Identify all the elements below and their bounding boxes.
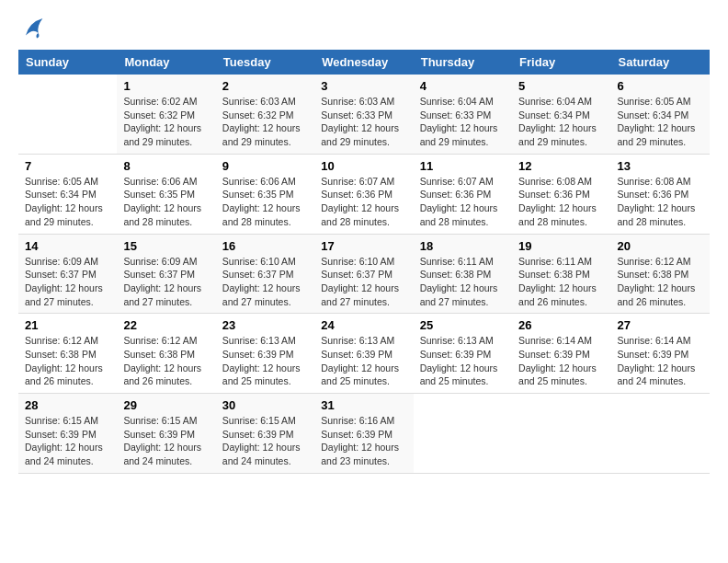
day-number: 15 [123, 239, 209, 253]
day-number: 7 [25, 159, 110, 173]
calendar-cell [414, 394, 512, 474]
calendar-header: SundayMondayTuesdayWednesdayThursdayFrid… [18, 50, 710, 75]
day-number: 20 [618, 239, 703, 253]
day-number: 14 [25, 239, 110, 253]
calendar-cell: 28Sunrise: 6:15 AM Sunset: 6:39 PM Dayli… [18, 394, 117, 474]
day-info: Sunrise: 6:09 AM Sunset: 6:37 PM Dayligh… [123, 255, 209, 309]
day-number: 24 [321, 318, 406, 332]
day-info: Sunrise: 6:09 AM Sunset: 6:37 PM Dayligh… [25, 255, 110, 309]
day-info: Sunrise: 6:13 AM Sunset: 6:39 PM Dayligh… [420, 334, 506, 388]
day-number: 3 [321, 79, 406, 93]
calendar-cell: 4Sunrise: 6:04 AM Sunset: 6:33 PM Daylig… [414, 75, 512, 154]
day-number: 25 [420, 318, 506, 332]
calendar-cell [512, 394, 610, 474]
day-number: 16 [222, 239, 308, 253]
day-info: Sunrise: 6:08 AM Sunset: 6:36 PM Dayligh… [618, 175, 703, 229]
day-number: 22 [123, 318, 209, 332]
calendar-cell: 9Sunrise: 6:06 AM Sunset: 6:35 PM Daylig… [216, 154, 314, 234]
calendar-cell: 7Sunrise: 6:05 AM Sunset: 6:34 PM Daylig… [18, 154, 117, 234]
calendar-cell: 2Sunrise: 6:03 AM Sunset: 6:32 PM Daylig… [216, 75, 314, 154]
calendar-cell: 8Sunrise: 6:06 AM Sunset: 6:35 PM Daylig… [117, 154, 215, 234]
day-number: 30 [222, 398, 308, 412]
calendar-cell: 12Sunrise: 6:08 AM Sunset: 6:36 PM Dayli… [512, 154, 610, 234]
calendar-cell: 29Sunrise: 6:15 AM Sunset: 6:39 PM Dayli… [117, 394, 215, 474]
weekday-header-friday: Friday [512, 50, 610, 75]
logo [18, 18, 44, 40]
day-number: 12 [518, 159, 604, 173]
weekday-header-thursday: Thursday [414, 50, 512, 75]
calendar-cell: 22Sunrise: 6:12 AM Sunset: 6:38 PM Dayli… [117, 314, 215, 394]
day-info: Sunrise: 6:06 AM Sunset: 6:35 PM Dayligh… [222, 175, 308, 229]
calendar-cell: 18Sunrise: 6:11 AM Sunset: 6:38 PM Dayli… [414, 234, 512, 314]
day-info: Sunrise: 6:15 AM Sunset: 6:39 PM Dayligh… [123, 414, 209, 468]
day-info: Sunrise: 6:12 AM Sunset: 6:38 PM Dayligh… [123, 334, 209, 388]
day-number: 13 [618, 159, 703, 173]
day-number: 4 [420, 79, 506, 93]
calendar-cell: 25Sunrise: 6:13 AM Sunset: 6:39 PM Dayli… [414, 314, 512, 394]
calendar-cell: 5Sunrise: 6:04 AM Sunset: 6:34 PM Daylig… [512, 75, 610, 154]
day-number: 27 [618, 318, 703, 332]
calendar-cell: 31Sunrise: 6:16 AM Sunset: 6:39 PM Dayli… [314, 394, 413, 474]
day-info: Sunrise: 6:12 AM Sunset: 6:38 PM Dayligh… [25, 334, 110, 388]
calendar-cell: 17Sunrise: 6:10 AM Sunset: 6:37 PM Dayli… [314, 234, 413, 314]
calendar-table: SundayMondayTuesdayWednesdayThursdayFrid… [18, 50, 710, 474]
day-number: 9 [222, 159, 308, 173]
day-number: 5 [518, 79, 604, 93]
calendar-cell: 3Sunrise: 6:03 AM Sunset: 6:33 PM Daylig… [314, 75, 413, 154]
calendar-cell: 1Sunrise: 6:02 AM Sunset: 6:32 PM Daylig… [117, 75, 215, 154]
day-info: Sunrise: 6:11 AM Sunset: 6:38 PM Dayligh… [518, 255, 604, 309]
page-header [18, 18, 710, 40]
day-info: Sunrise: 6:06 AM Sunset: 6:35 PM Dayligh… [123, 175, 209, 229]
day-info: Sunrise: 6:11 AM Sunset: 6:38 PM Dayligh… [420, 255, 506, 309]
day-number: 23 [222, 318, 308, 332]
day-info: Sunrise: 6:10 AM Sunset: 6:37 PM Dayligh… [222, 255, 308, 309]
day-number: 19 [518, 239, 604, 253]
weekday-header-sunday: Sunday [18, 50, 117, 75]
day-number: 17 [321, 239, 406, 253]
calendar-cell: 13Sunrise: 6:08 AM Sunset: 6:36 PM Dayli… [611, 154, 710, 234]
calendar-cell: 10Sunrise: 6:07 AM Sunset: 6:36 PM Dayli… [314, 154, 413, 234]
calendar-cell: 24Sunrise: 6:13 AM Sunset: 6:39 PM Dayli… [314, 314, 413, 394]
calendar-cell: 19Sunrise: 6:11 AM Sunset: 6:38 PM Dayli… [512, 234, 610, 314]
day-info: Sunrise: 6:07 AM Sunset: 6:36 PM Dayligh… [321, 175, 406, 229]
weekday-header-wednesday: Wednesday [314, 50, 413, 75]
calendar-week-row: 21Sunrise: 6:12 AM Sunset: 6:38 PM Dayli… [18, 314, 710, 394]
calendar-cell: 16Sunrise: 6:10 AM Sunset: 6:37 PM Dayli… [216, 234, 314, 314]
calendar-cell: 27Sunrise: 6:14 AM Sunset: 6:39 PM Dayli… [611, 314, 710, 394]
day-number: 11 [420, 159, 506, 173]
day-number: 26 [518, 318, 604, 332]
weekday-header-row: SundayMondayTuesdayWednesdayThursdayFrid… [18, 50, 710, 75]
calendar-week-row: 28Sunrise: 6:15 AM Sunset: 6:39 PM Dayli… [18, 394, 710, 474]
calendar-cell [18, 75, 117, 154]
day-number: 31 [321, 398, 406, 412]
logo-bird-icon [22, 15, 44, 40]
calendar-cell: 6Sunrise: 6:05 AM Sunset: 6:34 PM Daylig… [611, 75, 710, 154]
calendar-week-row: 7Sunrise: 6:05 AM Sunset: 6:34 PM Daylig… [18, 154, 710, 234]
day-info: Sunrise: 6:04 AM Sunset: 6:34 PM Dayligh… [518, 95, 604, 149]
day-number: 18 [420, 239, 506, 253]
day-info: Sunrise: 6:15 AM Sunset: 6:39 PM Dayligh… [222, 414, 308, 468]
weekday-header-monday: Monday [117, 50, 215, 75]
day-info: Sunrise: 6:12 AM Sunset: 6:38 PM Dayligh… [618, 255, 703, 309]
day-info: Sunrise: 6:15 AM Sunset: 6:39 PM Dayligh… [25, 414, 110, 468]
calendar-cell: 23Sunrise: 6:13 AM Sunset: 6:39 PM Dayli… [216, 314, 314, 394]
calendar-cell [611, 394, 710, 474]
day-info: Sunrise: 6:14 AM Sunset: 6:39 PM Dayligh… [518, 334, 604, 388]
weekday-header-tuesday: Tuesday [216, 50, 314, 75]
day-info: Sunrise: 6:03 AM Sunset: 6:33 PM Dayligh… [321, 95, 406, 149]
day-number: 10 [321, 159, 406, 173]
day-info: Sunrise: 6:03 AM Sunset: 6:32 PM Dayligh… [222, 95, 308, 149]
weekday-header-saturday: Saturday [611, 50, 710, 75]
day-number: 1 [123, 79, 209, 93]
calendar-cell: 11Sunrise: 6:07 AM Sunset: 6:36 PM Dayli… [414, 154, 512, 234]
day-info: Sunrise: 6:14 AM Sunset: 6:39 PM Dayligh… [618, 334, 703, 388]
calendar-week-row: 1Sunrise: 6:02 AM Sunset: 6:32 PM Daylig… [18, 75, 710, 154]
day-info: Sunrise: 6:07 AM Sunset: 6:36 PM Dayligh… [420, 175, 506, 229]
calendar-cell: 30Sunrise: 6:15 AM Sunset: 6:39 PM Dayli… [216, 394, 314, 474]
day-number: 21 [25, 318, 110, 332]
day-info: Sunrise: 6:13 AM Sunset: 6:39 PM Dayligh… [321, 334, 406, 388]
calendar-week-row: 14Sunrise: 6:09 AM Sunset: 6:37 PM Dayli… [18, 234, 710, 314]
day-info: Sunrise: 6:05 AM Sunset: 6:34 PM Dayligh… [25, 175, 110, 229]
calendar-cell: 14Sunrise: 6:09 AM Sunset: 6:37 PM Dayli… [18, 234, 117, 314]
day-info: Sunrise: 6:04 AM Sunset: 6:33 PM Dayligh… [420, 95, 506, 149]
